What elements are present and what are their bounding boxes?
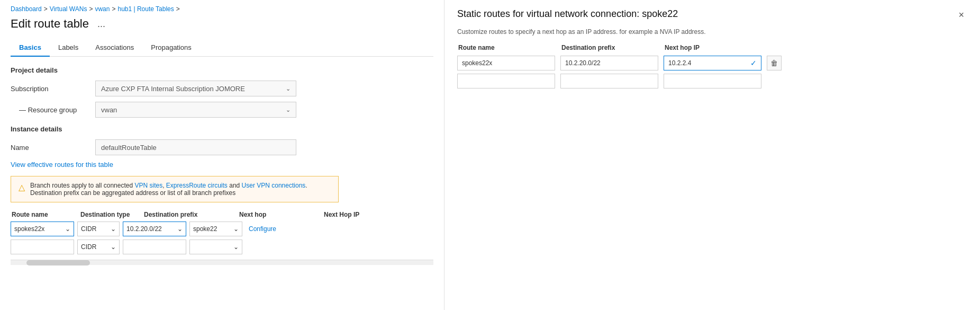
panel-subtitle: Customize routes to specify a next hop a… — [457, 28, 967, 36]
col-header-dest-type: Destination type — [80, 211, 144, 218]
route-row-1: spokes22x ⌄ CIDR ⌄ 10.2.20.0/22 ⌄ spoke2… — [11, 222, 433, 236]
static-route-name-value-1: spokes22x — [462, 59, 492, 67]
name-row: Name defaultRouteTable — [11, 139, 433, 155]
static-col-header-dest-prefix: Destination prefix — [561, 44, 659, 51]
col-header-dest-prefix: Destination prefix — [144, 211, 239, 218]
horizontal-scrollbar[interactable] — [11, 260, 433, 265]
static-row-1: spokes22x 10.2.20.0/22 10.2.2.4 ✓ 🗑 — [457, 56, 967, 70]
resource-group-select[interactable]: vwan ⌄ — [95, 102, 296, 118]
close-button[interactable]: × — [955, 8, 967, 22]
static-row-2 — [457, 74, 967, 88]
tab-labels[interactable]: Labels — [50, 39, 87, 57]
route-type-select-1[interactable]: CIDR ⌄ — [77, 222, 120, 236]
route-prefix-value-1: 10.2.20.0/22 — [126, 225, 162, 233]
warning-vpn-link[interactable]: VPN sites — [134, 182, 162, 189]
tab-bar: Basics Labels Associations Propagations — [11, 39, 433, 57]
col-header-route-name: Route name — [12, 211, 80, 218]
route-hop-chevron-icon-1: ⌄ — [233, 225, 239, 233]
static-route-name-input-2[interactable] — [457, 74, 555, 88]
tab-propagations[interactable]: Propagations — [142, 39, 200, 57]
static-table-header: Route name Destination prefix Next hop I… — [457, 44, 967, 51]
instance-details-section: Instance details Name defaultRouteTable — [11, 125, 433, 155]
route-name-select-1[interactable]: spokes22x ⌄ — [11, 222, 74, 236]
breadcrumb: Dashboard > Virtual WANs > vwan > hub1 |… — [11, 5, 433, 13]
static-next-hop-ip-value-1: 10.2.2.4 — [668, 59, 691, 67]
route-type-chevron-icon-2: ⌄ — [111, 243, 116, 251]
route-hop-select-1[interactable]: spoke22 ⌄ — [189, 222, 242, 236]
delete-button-1[interactable]: 🗑 — [767, 56, 782, 70]
scrollbar-thumb[interactable] — [26, 260, 90, 265]
resource-group-chevron-icon: ⌄ — [286, 107, 291, 113]
breadcrumb-dashboard[interactable]: Dashboard — [11, 5, 42, 13]
panel-header: Static routes for virtual network connec… — [457, 8, 967, 22]
view-effective-routes-link[interactable]: View effective routes for this table — [11, 161, 113, 169]
route-type-chevron-icon-1: ⌄ — [111, 225, 116, 233]
name-field: defaultRouteTable — [95, 139, 296, 155]
page-title-row: Edit route table ... — [11, 17, 433, 31]
route-type-select-2[interactable]: CIDR ⌄ — [77, 240, 120, 254]
tab-basics[interactable]: Basics — [11, 39, 50, 57]
panel-title: Static routes for virtual network connec… — [457, 8, 678, 20]
static-next-hop-ip-input-2[interactable] — [664, 74, 761, 88]
check-icon-1: ✓ — [750, 59, 757, 67]
warning-text-before: Branch routes apply to all connected — [30, 182, 134, 189]
col-header-next-hop: Next hop — [239, 211, 324, 218]
static-col-header-next-hop-ip: Next hop IP — [665, 44, 763, 51]
project-details-title: Project details — [11, 66, 433, 74]
subscription-value: Azure CXP FTA Internal Subscription JOMO… — [101, 85, 245, 93]
resource-group-row: — Resource group vwan ⌄ — [11, 102, 433, 118]
breadcrumb-virtual-wans[interactable]: Virtual WANs — [50, 5, 87, 13]
subscription-select[interactable]: Azure CXP FTA Internal Subscription JOMO… — [95, 81, 296, 96]
route-name-chevron-icon-1: ⌄ — [65, 225, 70, 233]
ellipsis-button[interactable]: ... — [94, 17, 108, 31]
route-name-input-2[interactable] — [11, 240, 74, 254]
static-dest-prefix-value-1: 10.2.20.0/22 — [565, 59, 601, 67]
instance-details-title: Instance details — [11, 125, 433, 133]
static-dest-prefix-1: 10.2.20.0/22 — [560, 56, 658, 70]
delete-icon-1: 🗑 — [770, 59, 778, 67]
resource-group-label-text: Resource group — [28, 106, 77, 114]
static-dest-prefix-input-2[interactable] — [560, 74, 658, 88]
static-route-name-1: spokes22x — [457, 56, 555, 70]
subscription-label: Subscription — [11, 85, 95, 93]
subscription-chevron-icon: ⌄ — [286, 85, 291, 92]
right-panel: Static routes for virtual network connec… — [444, 0, 980, 310]
warning-icon: △ — [19, 182, 25, 192]
breadcrumb-vwan[interactable]: vwan — [95, 5, 110, 13]
route-hop-value-1: spoke22 — [193, 225, 217, 233]
name-value: defaultRouteTable — [101, 144, 157, 152]
warning-box: △ Branch routes apply to all connected V… — [11, 176, 339, 202]
route-name-value-1: spokes22x — [14, 225, 44, 233]
route-prefix-chevron-icon-1: ⌄ — [177, 225, 183, 233]
subscription-row: Subscription Azure CXP FTA Internal Subs… — [11, 81, 433, 96]
col-header-next-hop-ip: Next Hop IP — [324, 211, 377, 218]
resource-group-label: — Resource group — [11, 106, 95, 114]
static-col-header-route-name: Route name — [458, 44, 556, 51]
warning-expressroute-link[interactable]: ExpressRoute circuits — [166, 182, 228, 189]
warning-text: Branch routes apply to all connected VPN… — [30, 182, 331, 197]
route-prefix-input-2[interactable] — [123, 240, 186, 254]
page-title: Edit route table — [11, 17, 89, 31]
static-next-hop-ip-1[interactable]: 10.2.2.4 ✓ — [664, 56, 761, 70]
name-label: Name — [11, 144, 95, 152]
route-table-header: Route name Destination type Destination … — [11, 211, 433, 218]
route-type-value-2: CIDR — [81, 243, 96, 251]
left-panel: Dashboard > Virtual WANs > vwan > hub1 |… — [0, 0, 444, 310]
breadcrumb-hub-route-tables[interactable]: hub1 | Route Tables — [117, 5, 174, 13]
route-prefix-select-1[interactable]: 10.2.20.0/22 ⌄ — [123, 222, 186, 236]
route-hop-chevron-icon-2: ⌄ — [233, 243, 239, 251]
tab-associations[interactable]: Associations — [87, 39, 142, 57]
configure-button-1[interactable]: Configure — [246, 225, 279, 233]
route-row-2: CIDR ⌄ ⌄ — [11, 240, 433, 254]
route-hop-select-2[interactable]: ⌄ — [189, 240, 242, 254]
resource-group-value: vwan — [101, 106, 117, 114]
route-type-value-1: CIDR — [81, 225, 96, 233]
warning-uservpn-link[interactable]: User VPN connections — [242, 182, 306, 189]
